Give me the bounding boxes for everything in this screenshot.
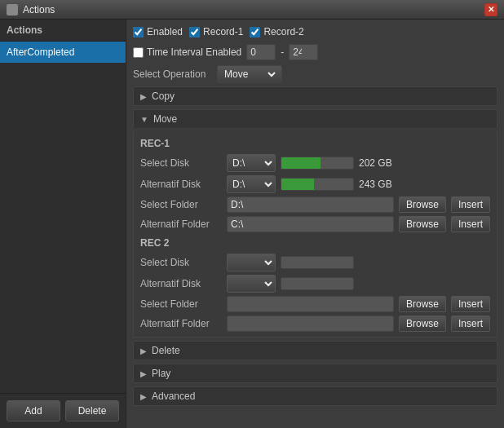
sidebar-item-aftercompleted[interactable]: AfterCompleted — [0, 42, 126, 63]
move-arrow-icon: ▼ — [140, 115, 148, 124]
rec2-alt-disk-bar-container — [281, 277, 354, 290]
rec2-folder-input[interactable] — [227, 296, 394, 312]
move-section-header[interactable]: ▼ Move — [133, 109, 497, 128]
record2-checkbox-label[interactable]: Record-2 — [250, 26, 303, 38]
top-controls-row1: Enabled Record-1 Record-2 — [133, 26, 497, 41]
record2-label: Record-2 — [263, 26, 303, 38]
rec2-alt-disk-select[interactable]: D:\ C:\ — [227, 275, 276, 293]
rec1-alt-disk-size: 243 GB — [359, 179, 398, 190]
time-interval-checkbox-label[interactable]: Time Interval Enabled — [133, 46, 241, 58]
record2-checkbox[interactable] — [250, 27, 260, 38]
rec1-alt-disk-bar-container — [281, 178, 354, 191]
rec1-select-disk-label: Select Disk — [140, 157, 222, 169]
rec2-select-disk-label: Select Disk — [140, 257, 222, 268]
time-interval-row: Time Interval Enabled - — [133, 44, 497, 62]
rec1-disk-size: 202 GB — [359, 157, 398, 169]
rec2-select-folder-row: Select Folder Browse Insert — [140, 296, 490, 312]
rec2-alt-folder-label: Alternatif Folder — [140, 318, 222, 329]
rec1-select-folder-label: Select Folder — [140, 199, 222, 210]
time-interval-label: Time Interval Enabled — [147, 46, 241, 58]
rec1-alt-folder-label: Alternatif Folder — [140, 218, 222, 230]
advanced-section-label: Advanced — [152, 390, 195, 402]
record1-checkbox-label[interactable]: Record-1 — [189, 26, 243, 38]
move-section-content: REC-1 Select Disk D:\ C:\ 202 GB Alterna… — [133, 131, 497, 338]
rec2-disk-bar-container — [281, 256, 354, 269]
rec1-alt-folder-input[interactable] — [227, 216, 394, 232]
rec2-alt-insert-button[interactable]: Insert — [451, 315, 490, 332]
rec2-label: REC 2 — [140, 236, 490, 250]
delete-button[interactable]: Delete — [65, 400, 119, 421]
rec1-alt-disk-label: Alternatif Disk — [140, 179, 222, 190]
time-from-input[interactable] — [246, 44, 276, 60]
delete-section-header[interactable]: ▶ Delete — [133, 341, 497, 360]
rec1-insert-button[interactable]: Insert — [451, 196, 490, 213]
rec1-alt-browse-button[interactable]: Browse — [399, 216, 446, 232]
sidebar-header: Actions — [0, 20, 126, 42]
copy-arrow-icon: ▶ — [140, 92, 147, 101]
time-to-input[interactable] — [289, 44, 318, 60]
rec2-alt-disk-label: Alternatif Disk — [140, 278, 222, 289]
rec1-select-disk-row: Select Disk D:\ C:\ 202 GB — [140, 154, 490, 172]
rec2-select-disk-row: Select Disk D:\ C:\ — [140, 254, 490, 271]
content-area: Enabled Record-1 Record-2 Time Interval … — [126, 20, 504, 428]
operation-dropdown[interactable]: Move Copy Delete — [217, 65, 282, 83]
rec1-label: REC-1 — [140, 136, 490, 151]
play-arrow-icon: ▶ — [140, 369, 147, 378]
app-icon — [7, 4, 18, 15]
rec2-insert-button[interactable]: Insert — [451, 296, 490, 312]
move-section-label: Move — [153, 113, 177, 125]
rec1-disk-bar-container — [281, 157, 354, 170]
rec2-alt-disk-row: Alternatif Disk D:\ C:\ — [140, 275, 490, 293]
delete-arrow-icon: ▶ — [140, 346, 147, 355]
play-section-label: Play — [152, 368, 170, 379]
rec1-alt-folder-row: Alternatif Folder Browse Insert — [140, 216, 490, 232]
rec2-select-folder-label: Select Folder — [140, 298, 222, 310]
rec1-disk-bar — [281, 157, 321, 169]
rec2-alt-folder-input[interactable] — [227, 315, 394, 332]
copy-section-label: Copy — [152, 90, 175, 102]
rec1-browse-button[interactable]: Browse — [399, 196, 446, 213]
copy-section-header[interactable]: ▶ Copy — [133, 86, 497, 106]
rec1-disk-select[interactable]: D:\ C:\ — [227, 154, 276, 172]
enabled-checkbox-label[interactable]: Enabled — [133, 26, 183, 38]
enabled-checkbox[interactable] — [133, 27, 144, 38]
rec2-alt-folder-row: Alternatif Folder Browse Insert — [140, 315, 490, 332]
advanced-arrow-icon: ▶ — [140, 392, 147, 401]
select-operation-label: Select Operation — [133, 68, 210, 80]
rec1-alt-insert-button[interactable]: Insert — [451, 216, 490, 232]
main-layout: Actions AfterCompleted Add Delete Enable… — [0, 20, 504, 428]
play-section-header[interactable]: ▶ Play — [133, 364, 497, 383]
sidebar-footer: Add Delete — [0, 393, 126, 428]
rec2-disk-select[interactable]: D:\ C:\ — [227, 254, 276, 271]
select-operation-row: Select Operation Move Copy Delete — [133, 65, 497, 83]
rec2-browse-button[interactable]: Browse — [399, 296, 446, 312]
close-button[interactable]: ✕ — [484, 3, 497, 16]
sidebar: Actions AfterCompleted Add Delete — [0, 20, 126, 428]
record1-checkbox[interactable] — [189, 27, 200, 38]
rec1-folder-input[interactable] — [227, 196, 394, 213]
rec1-alt-disk-bar — [281, 179, 314, 190]
advanced-section-header[interactable]: ▶ Advanced — [133, 386, 497, 406]
window-title: Actions — [23, 4, 55, 15]
operation-select[interactable]: Move Copy Delete — [221, 68, 278, 81]
enabled-label: Enabled — [147, 26, 183, 38]
add-button[interactable]: Add — [7, 400, 60, 421]
title-bar: Actions ✕ — [0, 0, 504, 20]
record1-label: Record-1 — [203, 26, 243, 38]
time-interval-checkbox[interactable] — [133, 47, 144, 58]
rec2-alt-browse-button[interactable]: Browse — [399, 315, 446, 332]
rec1-select-folder-row: Select Folder Browse Insert — [140, 196, 490, 213]
rec1-alt-disk-select[interactable]: D:\ C:\ — [227, 175, 276, 193]
title-bar-title: Actions — [7, 4, 55, 15]
rec1-alt-disk-row: Alternatif Disk D:\ C:\ 243 GB — [140, 175, 490, 193]
delete-section-label: Delete — [152, 345, 180, 356]
time-separator: - — [281, 46, 284, 58]
